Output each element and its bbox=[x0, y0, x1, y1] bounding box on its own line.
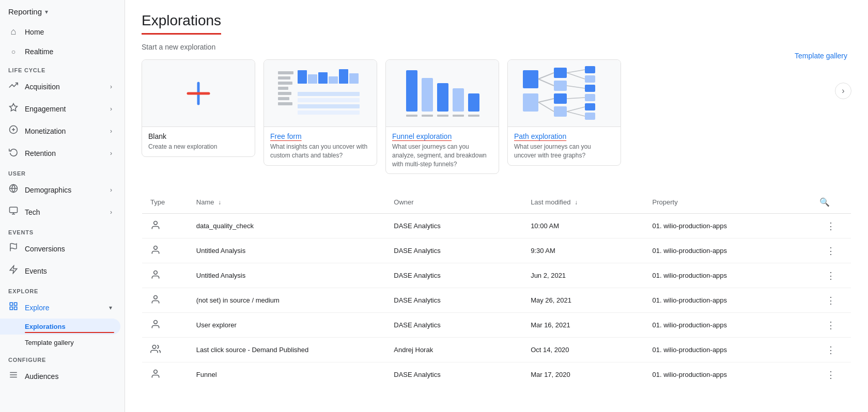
more-options-icon[interactable]: ⋮ bbox=[826, 295, 836, 306]
row-owner: DASE Analytics bbox=[385, 214, 522, 239]
row-modified: Mar 16, 2021 bbox=[522, 313, 644, 338]
sidebar-item-explore[interactable]: Explore ▾ bbox=[0, 296, 120, 319]
sidebar-item-demographics[interactable]: Demographics › bbox=[0, 179, 120, 201]
svg-marker-0 bbox=[10, 104, 18, 111]
sidebar-sub-template-gallery[interactable]: Template gallery bbox=[0, 335, 120, 351]
svg-rect-44 bbox=[437, 115, 448, 117]
table-body: data_quality_check DASE Analytics 10:00 … bbox=[142, 214, 851, 387]
engagement-expand-icon: › bbox=[110, 105, 112, 113]
blank-card-info: Blank Create a new exploration bbox=[142, 127, 255, 156]
events-section-label: EVENTS bbox=[0, 223, 125, 237]
svg-point-71 bbox=[154, 271, 158, 275]
blank-card[interactable]: Blank Create a new exploration bbox=[142, 59, 255, 157]
table-row: Funnel DASE Analytics Mar 17, 2020 01. w… bbox=[142, 362, 851, 387]
explore-icon bbox=[8, 302, 19, 313]
svg-rect-40 bbox=[453, 88, 464, 112]
lifecycle-section-label: LIFE CYCLE bbox=[0, 61, 125, 75]
more-options-icon[interactable]: ⋮ bbox=[826, 320, 836, 330]
row-owner: DASE Analytics bbox=[385, 362, 522, 387]
engagement-label: Engagement bbox=[25, 105, 66, 113]
sidebar-item-monetization[interactable]: Monetization › bbox=[0, 120, 120, 142]
svg-rect-38 bbox=[422, 78, 433, 112]
row-name: Untitled Analysis bbox=[188, 263, 386, 288]
col-name-header[interactable]: Name ↓ bbox=[188, 191, 386, 214]
row-actions[interactable]: ⋮ bbox=[811, 214, 851, 239]
more-options-icon[interactable]: ⋮ bbox=[826, 370, 836, 380]
row-type bbox=[142, 263, 188, 288]
freeform-card[interactable]: Free form What insights can you uncover … bbox=[264, 59, 377, 166]
sidebar-item-engagement[interactable]: Engagement › bbox=[0, 98, 120, 120]
more-options-icon[interactable]: ⋮ bbox=[826, 271, 836, 281]
sidebar-item-home[interactable]: ⌂ Home bbox=[0, 21, 120, 42]
sidebar-item-acquisition[interactable]: Acquisition › bbox=[0, 75, 120, 98]
row-owner: DASE Analytics bbox=[385, 313, 522, 338]
row-name: data_quality_check bbox=[188, 214, 386, 239]
more-options-icon[interactable]: ⋮ bbox=[826, 345, 836, 355]
row-type bbox=[142, 239, 188, 263]
row-actions[interactable]: ⋮ bbox=[811, 263, 851, 288]
explore-section-label: EXPLORE bbox=[0, 282, 125, 296]
svg-rect-12 bbox=[14, 303, 17, 305]
svg-point-73 bbox=[154, 321, 158, 324]
path-card-desc: What user journeys can you uncover with … bbox=[514, 142, 614, 160]
home-label: Home bbox=[25, 28, 44, 36]
reporting-label: Reporting bbox=[8, 7, 42, 16]
svg-rect-51 bbox=[554, 93, 567, 104]
acquisition-expand-icon: › bbox=[110, 83, 112, 90]
template-gallery-sublabel: Template gallery bbox=[25, 339, 74, 346]
col-type-header: Type bbox=[142, 191, 188, 214]
page-title: Explorations bbox=[142, 12, 221, 35]
table-row: data_quality_check DASE Analytics 10:00 … bbox=[142, 214, 851, 239]
table-row: (not set) in source / medium DASE Analyt… bbox=[142, 288, 851, 313]
svg-rect-42 bbox=[406, 115, 417, 117]
retention-icon bbox=[8, 147, 19, 159]
path-card-info: Path exploration What user journeys can … bbox=[508, 127, 621, 165]
sidebar-header[interactable]: Reporting ▾ bbox=[0, 0, 125, 21]
row-modified: May 26, 2021 bbox=[522, 288, 644, 313]
sidebar-item-realtime[interactable]: ○ Realtime bbox=[0, 42, 120, 61]
path-card[interactable]: Path exploration What user journeys can … bbox=[507, 59, 621, 166]
col-owner-header: Owner bbox=[385, 191, 522, 214]
more-options-icon[interactable]: ⋮ bbox=[826, 221, 836, 231]
sidebar-item-conversions[interactable]: Conversions bbox=[0, 237, 120, 260]
svg-line-64 bbox=[567, 73, 585, 79]
row-actions[interactable]: ⋮ bbox=[811, 313, 851, 338]
funnel-card-preview bbox=[386, 60, 499, 127]
svg-line-62 bbox=[538, 102, 554, 112]
svg-rect-21 bbox=[278, 76, 290, 80]
svg-rect-6 bbox=[10, 207, 18, 213]
row-name: User explorer bbox=[188, 313, 386, 338]
template-gallery-link[interactable]: Template gallery bbox=[795, 52, 847, 60]
svg-point-74 bbox=[152, 345, 156, 349]
sidebar-item-tech[interactable]: Tech › bbox=[0, 201, 120, 223]
svg-rect-30 bbox=[329, 76, 338, 84]
col-property-header: Property bbox=[644, 191, 812, 214]
row-actions[interactable]: ⋮ bbox=[811, 239, 851, 263]
engagement-icon bbox=[8, 103, 19, 115]
svg-line-63 bbox=[567, 70, 585, 73]
sidebar-item-audiences[interactable]: Audiences bbox=[0, 365, 120, 387]
more-options-icon[interactable]: ⋮ bbox=[826, 246, 836, 256]
next-button[interactable]: › bbox=[835, 83, 851, 99]
sidebar-item-retention[interactable]: Retention › bbox=[0, 142, 120, 164]
search-icon[interactable]: 🔍 bbox=[819, 198, 830, 207]
svg-line-61 bbox=[538, 99, 554, 102]
sidebar-sub-explorations[interactable]: Explorations bbox=[0, 319, 120, 335]
row-actions[interactable]: ⋮ bbox=[811, 288, 851, 313]
svg-point-70 bbox=[154, 246, 158, 250]
tech-expand-icon: › bbox=[110, 209, 112, 216]
row-actions[interactable]: ⋮ bbox=[811, 362, 851, 387]
svg-rect-53 bbox=[585, 66, 595, 73]
col-modified-header[interactable]: Last modified ↓ bbox=[522, 191, 644, 214]
sidebar-item-events[interactable]: Events bbox=[0, 260, 120, 282]
funnel-card[interactable]: Funnel exploration What user journeys ca… bbox=[385, 59, 499, 174]
row-type bbox=[142, 338, 188, 362]
retention-label: Retention bbox=[25, 149, 56, 157]
freeform-card-desc: What insights can you uncover with custo… bbox=[270, 142, 370, 160]
row-actions[interactable]: ⋮ bbox=[811, 338, 851, 362]
col-actions-header[interactable]: 🔍 bbox=[811, 191, 851, 214]
svg-rect-45 bbox=[453, 115, 464, 117]
row-type bbox=[142, 288, 188, 313]
monetization-icon bbox=[8, 125, 19, 137]
row-owner: DASE Analytics bbox=[385, 288, 522, 313]
